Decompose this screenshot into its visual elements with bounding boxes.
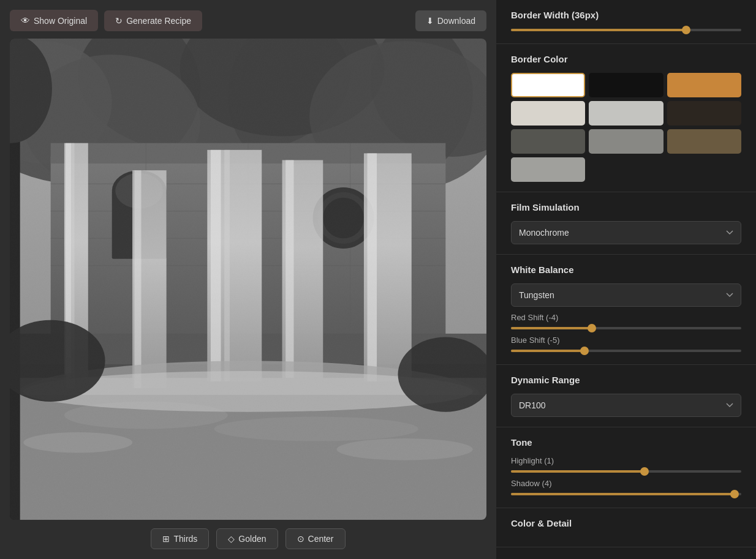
photo-preview [10,39,486,520]
red-shift-slider-track[interactable] [511,327,741,329]
border-color-section: Border Color [496,44,756,192]
swatch-light-gray[interactable] [511,101,585,126]
right-panel: Border Width (36px) Border Color Film Si… [496,0,756,559]
color-detail-title: Color & Detail [511,518,741,528]
shadow-slider-track[interactable] [511,493,741,495]
white-balance-title: White Balance [511,264,741,275]
swatch-amber[interactable] [667,73,741,97]
left-panel: 👁 Show Original ↻ Generate Recipe ⬇ Down… [0,0,496,559]
diamond-icon: ◇ [228,534,235,544]
toolbar: 👁 Show Original ↻ Generate Recipe ⬇ Down… [10,10,486,31]
photo-svg [10,39,486,520]
dynamic-range-title: Dynamic Range [511,375,741,385]
border-width-title: Border Width (36px) [511,10,741,20]
shadow-slider-fill [511,493,735,495]
thirds-label: Thirds [173,534,197,544]
red-shift-label: Red Shift (-4) [511,313,741,322]
highlight-slider-thumb[interactable] [640,467,649,476]
highlight-slider-fill [511,470,644,473]
border-width-slider-fill [511,29,686,31]
download-label: Download [437,16,475,26]
svg-rect-49 [10,39,486,520]
tone-section: Tone Highlight (1) Shadow (4) [496,427,756,508]
white-balance-section: White Balance Tungsten Auto Daylight Sha… [496,255,756,365]
highlight-slider-track[interactable] [511,470,741,473]
white-balance-select[interactable]: Tungsten Auto Daylight Shade Cloudy Fluo… [511,283,741,307]
blue-shift-slider-fill [511,350,584,352]
shadow-slider-thumb[interactable] [730,490,739,498]
generate-recipe-label: Generate Recipe [126,16,191,26]
red-shift-slider-thumb[interactable] [588,324,596,332]
border-width-section: Border Width (36px) [496,0,756,44]
thirds-button[interactable]: ⊞ Thirds [151,528,209,549]
swatch-gray2[interactable] [589,129,663,154]
swatch-white[interactable] [511,73,585,97]
border-color-title: Border Color [511,54,741,64]
center-label: Center [308,534,334,544]
circle-dot-icon: ⊙ [297,534,304,544]
tone-title: Tone [511,437,741,448]
swatch-gray3[interactable] [511,157,585,182]
blue-shift-slider-thumb[interactable] [580,347,589,355]
swatch-black[interactable] [589,73,663,97]
swatch-dark-gray[interactable] [511,129,585,154]
swatch-dark-tan[interactable] [667,101,741,126]
highlight-label: Highlight (1) [511,456,741,465]
dynamic-range-select[interactable]: DR100 DR200 DR400 [511,394,741,417]
border-width-slider-thumb[interactable] [682,26,690,34]
golden-label: Golden [238,534,266,544]
color-detail-section: Color & Detail [496,508,756,547]
bottom-controls: ⊞ Thirds ◇ Golden ⊙ Center [10,528,486,549]
red-shift-slider-fill [511,327,592,329]
golden-button[interactable]: ◇ Golden [216,528,278,549]
swatch-mid-gray[interactable] [589,101,663,126]
swatch-brown[interactable] [667,129,741,154]
shadow-label: Shadow (4) [511,479,741,488]
grid-icon: ⊞ [162,534,170,544]
blue-shift-slider-track[interactable] [511,350,741,352]
dynamic-range-section: Dynamic Range DR100 DR200 DR400 [496,365,756,427]
film-simulation-section: Film Simulation Monochrome Monochrome+R … [496,192,756,255]
film-simulation-title: Film Simulation [511,202,741,212]
refresh-icon: ↻ [115,16,123,26]
download-button[interactable]: ⬇ Download [415,10,486,31]
generate-recipe-button[interactable]: ↻ Generate Recipe [104,10,202,31]
border-width-slider-track[interactable] [511,29,741,31]
color-swatch-grid [511,73,741,182]
center-button[interactable]: ⊙ Center [285,528,346,549]
blue-shift-label: Blue Shift (-5) [511,336,741,345]
eye-icon: 👁 [21,15,30,26]
show-original-label: Show Original [34,16,87,26]
film-simulation-select[interactable]: Monochrome Monochrome+R Monochrome+G Mon… [511,221,741,244]
show-original-button[interactable]: 👁 Show Original [10,10,98,31]
download-icon: ⬇ [426,16,434,26]
